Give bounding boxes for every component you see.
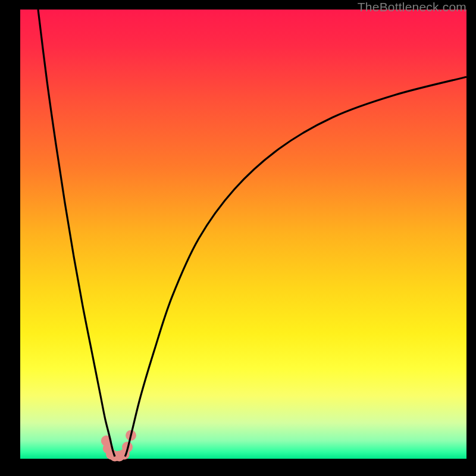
curves-layer (20, 10, 466, 459)
watermark-text: TheBottleneck.com (358, 0, 466, 14)
outer-frame: TheBottleneck.com (0, 0, 476, 476)
plot-area (20, 10, 466, 459)
curve-left (38, 10, 115, 456)
curve-right (125, 77, 466, 456)
